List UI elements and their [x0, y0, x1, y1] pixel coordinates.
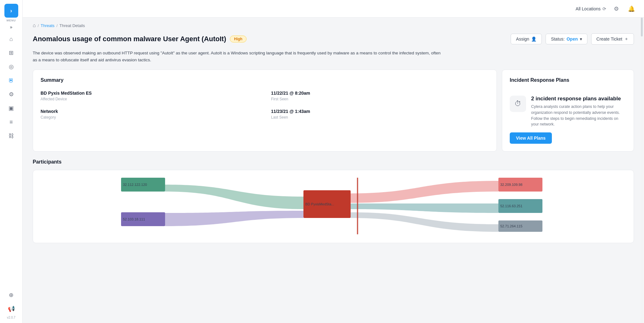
status-label: Status: — [551, 36, 565, 42]
first-seen-label: First Seen — [271, 97, 489, 101]
sidebar-toggle-button[interactable]: › — [4, 4, 18, 18]
flow-center-right3 — [351, 212, 498, 232]
threat-description: The device was observed making an outbou… — [33, 50, 441, 63]
page-title-group: Anomalous usage of common malware User A… — [33, 35, 247, 43]
sidebar-item-gift[interactable]: ⊕ — [5, 289, 18, 301]
ir-card-title: Incident Response Plans — [510, 77, 626, 83]
menu-label: MENU — [7, 19, 16, 22]
page-header: Anomalous usage of common malware User A… — [33, 33, 634, 45]
location-selector[interactable]: All Locations ⟳ — [576, 6, 606, 11]
summary-card: Summary BD Pyxis MedStation ES Affected … — [33, 70, 497, 152]
sidebar-item-link[interactable]: ⛓ — [5, 130, 18, 142]
category-value: Network — [41, 109, 258, 114]
scrollbar-thumb[interactable] — [641, 18, 643, 36]
sidebar: › MENU » ⌂ ⊞ ◎ ⛨ ⚙ ▣ ≡ ⛓ ⊕ 📢 v2.0.7 — [0, 0, 23, 323]
location-label: All Locations — [576, 6, 601, 11]
breadcrumb-current: Threat Details — [59, 23, 85, 28]
sankey-chart: 32.112.122.120 52.103.18.111 BD PyxisMed… — [41, 178, 626, 234]
incident-response-card: Incident Response Plans ⏱ 2 incident res… — [502, 70, 634, 152]
notification-icon[interactable]: 🔔 — [626, 4, 636, 14]
first-seen-item: 11/22/21 @ 8:20am First Seen — [271, 91, 489, 101]
last-seen-value: 11/23/21 @ 1:43am — [271, 109, 489, 114]
flow-center-right1 — [351, 181, 498, 203]
center-divider — [357, 178, 358, 234]
cards-row: Summary BD Pyxis MedStation ES Affected … — [33, 70, 634, 152]
version-label: v2.0.7 — [7, 316, 15, 319]
page-container: ⌂ / Threats / Threat Details Anomalous u… — [23, 18, 644, 253]
topbar: All Locations ⟳ ⚙ 🔔 — [23, 0, 644, 18]
status-dropdown[interactable]: Status: Open ▾ — [546, 34, 587, 44]
affected-device-label: Affected Device — [41, 97, 258, 101]
flow-center-right2 — [351, 203, 498, 213]
view-all-plans-button[interactable]: View All Plans — [510, 132, 552, 144]
ir-plan-icon: ⏱ — [510, 96, 526, 112]
status-value: Open — [567, 36, 578, 42]
summary-grid: BD Pyxis MedStation ES Affected Device 1… — [41, 91, 489, 120]
main-wrapper: All Locations ⟳ ⚙ 🔔 ⌂ / Threats / Threat… — [23, 0, 644, 323]
scrollbar-track[interactable] — [641, 18, 643, 323]
clock-check-icon: ⏱ — [514, 100, 521, 108]
participants-title: Participants — [33, 159, 634, 165]
first-seen-value: 11/22/21 @ 8:20am — [271, 91, 489, 96]
severity-badge: High — [230, 36, 247, 42]
node-right-1-label: 32.209.109.98 — [500, 183, 522, 187]
create-ticket-button[interactable]: Create Ticket ＋ — [591, 33, 634, 45]
sankey-chart-container: 32.112.122.120 52.103.18.111 BD PyxisMed… — [33, 170, 634, 243]
node-left-1-label: 32.112.122.120 — [123, 183, 147, 187]
create-ticket-label: Create Ticket — [597, 36, 622, 42]
sidebar-item-home[interactable]: ⌂ — [5, 33, 18, 45]
ir-plans-desc: Cylera analysts curate action plans to h… — [531, 104, 626, 127]
assign-label: Assign — [516, 36, 529, 42]
participants-section: Participants 32.112.122.120 52.103.18.11… — [33, 159, 634, 243]
sidebar-item-dashboard[interactable]: ⊞ — [5, 47, 18, 59]
header-actions: Assign 👤 Status: Open ▾ Create Ticket ＋ — [511, 33, 634, 45]
page-title: Anomalous usage of common malware User A… — [33, 35, 226, 43]
ir-plans-text: 2 incident response plans available Cyle… — [531, 96, 626, 127]
breadcrumb-sep1: / — [38, 23, 39, 28]
sidebar-item-settings[interactable]: ⚙ — [5, 88, 18, 101]
summary-card-title: Summary — [41, 77, 489, 83]
settings-topbar-icon[interactable]: ⚙ — [611, 4, 621, 14]
sidebar-item-document[interactable]: ≡ — [5, 116, 18, 128]
last-seen-item: 11/23/21 @ 1:43am Last Seen — [271, 109, 489, 120]
affected-device-item: BD Pyxis MedStation ES Affected Device — [41, 91, 258, 101]
category-item: Network Category — [41, 109, 258, 120]
breadcrumb-home-icon[interactable]: ⌂ — [33, 23, 36, 28]
ir-plans-count: 2 incident response plans available — [531, 96, 626, 102]
node-center-1-label: BD PyxisMedSta... — [305, 202, 334, 206]
breadcrumb-threats-link[interactable]: Threats — [41, 23, 54, 28]
assign-user-icon: 👤 — [531, 36, 536, 42]
flow-left1-center — [165, 185, 303, 209]
sidebar-item-broadcast[interactable]: 📢 — [5, 303, 18, 315]
sidebar-item-target[interactable]: ◎ — [5, 60, 18, 73]
assign-button[interactable]: Assign 👤 — [511, 34, 542, 44]
node-right-3-label: 52.71.264.115 — [500, 224, 522, 228]
sidebar-item-monitor[interactable]: ▣ — [5, 102, 18, 114]
chevron-icon: » — [10, 25, 13, 30]
flow-left2-center — [165, 211, 303, 226]
breadcrumb: ⌂ / Threats / Threat Details — [33, 23, 634, 28]
breadcrumb-sep2: / — [56, 23, 58, 28]
last-seen-label: Last Seen — [271, 115, 489, 120]
category-label: Category — [41, 115, 258, 120]
affected-device-value: BD Pyxis MedStation ES — [41, 91, 258, 96]
refresh-icon[interactable]: ⟳ — [602, 6, 606, 11]
node-left-2-label: 52.103.18.111 — [123, 217, 145, 221]
chevron-down-icon: ▾ — [580, 36, 582, 42]
sidebar-item-shield[interactable]: ⛨ — [5, 74, 18, 87]
node-right-2-label: 52.116.63.251 — [500, 204, 522, 208]
ir-plans-row: ⏱ 2 incident response plans available Cy… — [510, 96, 626, 127]
plus-icon: ＋ — [624, 36, 629, 42]
content-area: ⌂ / Threats / Threat Details Anomalous u… — [23, 18, 644, 323]
